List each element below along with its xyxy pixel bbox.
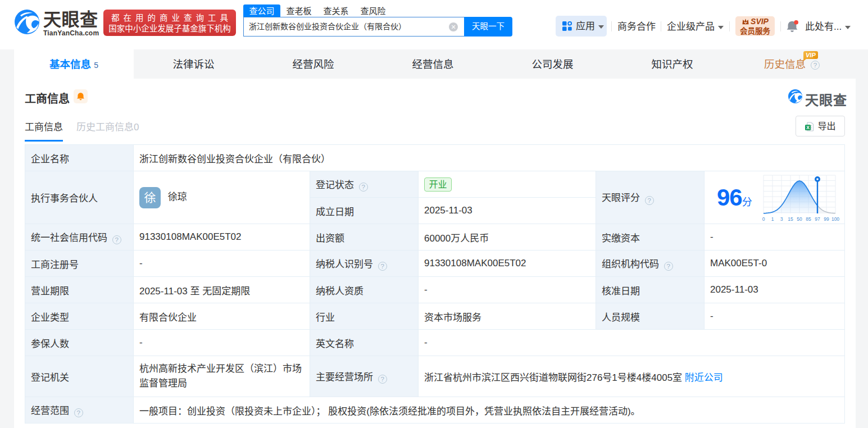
svg-text:50: 50 (797, 216, 802, 222)
svg-text:99: 99 (824, 216, 829, 222)
svg-text:X: X (807, 124, 810, 130)
svg-text:97: 97 (815, 216, 820, 222)
svg-text:15: 15 (788, 216, 793, 222)
svg-text:3: 3 (780, 216, 783, 222)
svg-text:85: 85 (806, 216, 811, 222)
svg-text:100: 100 (831, 216, 839, 222)
svg-text:1: 1 (771, 216, 774, 222)
svg-text:0: 0 (762, 216, 765, 222)
